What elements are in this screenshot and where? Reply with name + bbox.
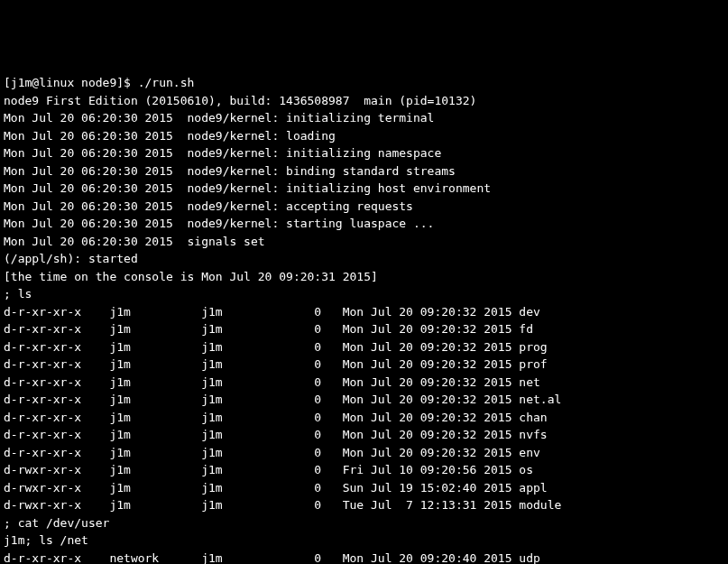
terminal-line: ; cat /dev/user <box>4 514 724 532</box>
terminal-line: d-r-xr-xr-x j1m j1m 0 Mon Jul 20 09:20:3… <box>4 409 724 427</box>
terminal-line: Mon Jul 20 06:20:30 2015 node9/kernel: l… <box>4 127 724 145</box>
terminal-line: d-rwxr-xr-x j1m j1m 0 Tue Jul 7 12:13:31… <box>4 496 724 514</box>
terminal-line: Mon Jul 20 06:20:30 2015 node9/kernel: a… <box>4 198 724 216</box>
terminal-output[interactable]: [j1m@linux node9]$ ./run.shnode9 First E… <box>4 74 724 564</box>
terminal-line: Mon Jul 20 06:20:30 2015 node9/kernel: i… <box>4 180 724 198</box>
terminal-line: d-r-xr-xr-x j1m j1m 0 Mon Jul 20 09:20:3… <box>4 303 724 321</box>
terminal-line: (/appl/sh): started <box>4 250 724 268</box>
terminal-line: d-r-xr-xr-x j1m j1m 0 Mon Jul 20 09:20:3… <box>4 391 724 409</box>
terminal-line: j1m; ls /net <box>4 532 724 550</box>
terminal-line: ; ls <box>4 285 724 303</box>
terminal-line: d-rwxr-xr-x j1m j1m 0 Fri Jul 10 09:20:5… <box>4 461 724 479</box>
terminal-line: d-rwxr-xr-x j1m j1m 0 Sun Jul 19 15:02:4… <box>4 479 724 497</box>
terminal-line: d-r-xr-xr-x network j1m 0 Mon Jul 20 09:… <box>4 550 724 565</box>
terminal-line: [the time on the console is Mon Jul 20 0… <box>4 268 724 286</box>
terminal-line: [j1m@linux node9]$ ./run.sh <box>4 74 724 92</box>
terminal-line: Mon Jul 20 06:20:30 2015 node9/kernel: s… <box>4 215 724 233</box>
terminal-line: Mon Jul 20 06:20:30 2015 node9/kernel: i… <box>4 109 724 127</box>
terminal-line: d-r-xr-xr-x j1m j1m 0 Mon Jul 20 09:20:3… <box>4 444 724 462</box>
terminal-line: Mon Jul 20 06:20:30 2015 node9/kernel: b… <box>4 162 724 180</box>
terminal-line: d-r-xr-xr-x j1m j1m 0 Mon Jul 20 09:20:3… <box>4 338 724 356</box>
terminal-line: d-r-xr-xr-x j1m j1m 0 Mon Jul 20 09:20:3… <box>4 374 724 392</box>
terminal-line: node9 First Edition (20150610), build: 1… <box>4 92 724 110</box>
terminal-line: d-r-xr-xr-x j1m j1m 0 Mon Jul 20 09:20:3… <box>4 356 724 374</box>
terminal-line: d-r-xr-xr-x j1m j1m 0 Mon Jul 20 09:20:3… <box>4 426 724 444</box>
terminal-line: d-r-xr-xr-x j1m j1m 0 Mon Jul 20 09:20:3… <box>4 320 724 338</box>
terminal-line: Mon Jul 20 06:20:30 2015 node9/kernel: i… <box>4 144 724 162</box>
terminal-line: Mon Jul 20 06:20:30 2015 signals set <box>4 233 724 251</box>
